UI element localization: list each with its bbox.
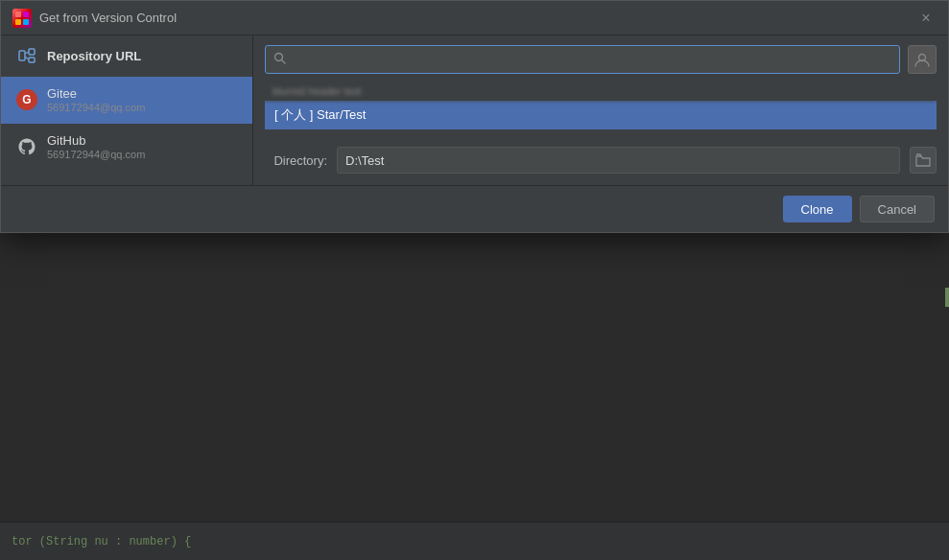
directory-input[interactable] [337,147,900,174]
editor-bar: tor (String nu : number) { [0,522,949,560]
repo-list-item[interactable]: [ 个人 ] Star/Test [265,101,937,129]
sidebar-item-gitee[interactable]: G Gitee 569172944@qq.com [1,77,252,124]
sidebar-item-github-label: GitHub [47,133,145,148]
search-icon [273,52,286,67]
svg-rect-5 [29,49,35,55]
github-icon [16,136,37,157]
svg-line-10 [282,60,286,64]
folder-browse-button[interactable] [910,147,937,174]
sidebar-item-github[interactable]: GitHub 569172944@qq.com [1,124,252,171]
sidebar-item-gitee-account: 569172944@qq.com [47,102,145,113]
sidebar-item-repository-url[interactable]: Repository URL [1,35,252,77]
green-accent [945,288,949,307]
svg-rect-0 [15,12,21,17]
directory-label: Directory: [265,153,327,168]
search-input[interactable] [292,53,891,67]
repo-list-header: blurred header text [265,82,937,101]
gitee-icon: G [16,89,37,110]
right-panel: blurred header text [ 个人 ] Star/Test Dir… [253,35,948,185]
directory-row: Directory: [265,137,937,185]
editor-code-text: tor (String nu : number) { [12,535,191,548]
svg-rect-1 [23,12,29,17]
avatar-button[interactable] [908,45,937,74]
search-box [265,45,900,74]
dialog-title: Get from Version Control [39,11,177,25]
left-panel: Repository URL G Gitee 569172944@qq.com [1,35,253,185]
sidebar-item-github-account: 569172944@qq.com [47,149,145,160]
svg-rect-2 [15,19,21,25]
search-row [265,45,937,74]
sidebar-item-repo-url-label: Repository URL [47,49,141,63]
title-bar: Get from Version Control × [1,1,948,35]
close-button[interactable]: × [915,8,937,29]
dialog-body: Repository URL G Gitee 569172944@qq.com [1,35,948,185]
app-icon [12,9,32,28]
dialog-footer: Clone Cancel [1,185,948,232]
svg-rect-6 [29,58,35,62]
svg-rect-3 [23,19,29,25]
cancel-button[interactable]: Cancel [860,196,935,222]
sidebar-item-gitee-label: Gitee [47,86,145,101]
svg-rect-4 [19,51,25,60]
repo-list: blurred header text [ 个人 ] Star/Test [265,82,937,129]
vcs-icon [16,45,37,66]
clone-button[interactable]: Clone [783,196,852,222]
